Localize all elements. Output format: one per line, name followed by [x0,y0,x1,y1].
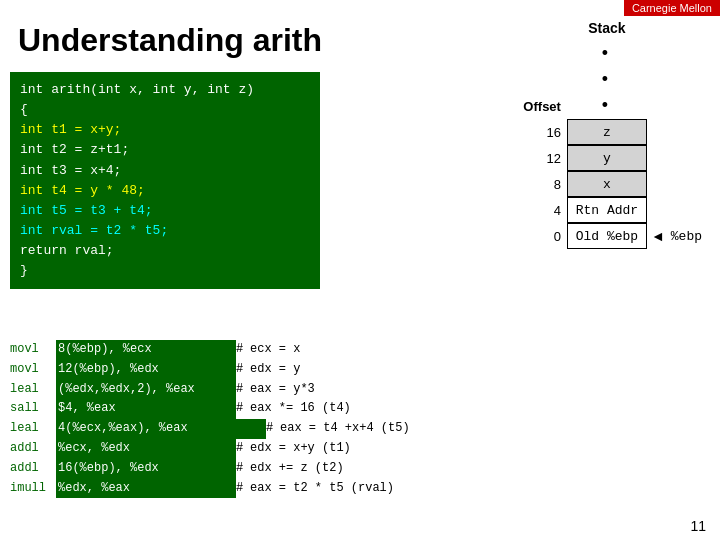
asm-row: imull%edx, %eax # eax = t2 * t5 (rval) [10,479,710,499]
stack-header: Stack [567,20,647,39]
code-line: return rval; [20,241,310,261]
top-bar: Carnegie Mellon [624,0,720,16]
code-open-brace: { [20,100,310,120]
stack-row: • [517,41,702,67]
asm-row: leal4(%ecx,%eax), %eax # eax = t4 +x+4 (… [10,419,710,439]
top-bar-label: Carnegie Mellon [632,2,712,14]
code-line: int t3 = x+4; [20,161,310,181]
asm-row: addl%ecx, %edx # edx = x+y (t1) [10,439,710,459]
stack-rows: ••Offset•16z12y8x4Rtn Addr0Old %ebp◄%ebp [517,41,702,249]
stack-row: 4Rtn Addr [517,197,702,223]
stack-row: 8x [517,171,702,197]
stack-row: 12y [517,145,702,171]
stack-row: 16z [517,119,702,145]
code-line: int t5 = t3 + t4; [20,201,310,221]
code-line: int t1 = x+y; [20,120,310,140]
assembly-section: movl8(%ebp), %ecx # ecx = xmovl12(%ebp),… [10,340,710,498]
code-line: int rval = t2 * t5; [20,221,310,241]
stack-row: • [517,67,702,93]
page-title: Understanding arith [18,22,322,59]
asm-row: movl8(%ebp), %ecx # ecx = x [10,340,710,360]
code-signature: int arith(int x, int y, int z) [20,80,310,100]
code-body: int t1 = x+y; int t2 = z+t1; int t3 = x+… [20,120,310,261]
asm-row: movl12(%ebp), %edx # edx = y [10,360,710,380]
asm-row: leal(%edx,%edx,2), %eax # eax = y*3 [10,380,710,400]
asm-row: addl16(%ebp), %edx # edx += z (t2) [10,459,710,479]
code-line: int t4 = y * 48; [20,181,310,201]
asm-row: sall$4, %eax # eax *= 16 (t4) [10,399,710,419]
code-line: int t2 = z+t1; [20,140,310,160]
page-number: 11 [690,518,706,534]
stack-row: Offset• [517,93,702,119]
code-close-brace: } [20,261,310,281]
stack-diagram: Stack ••Offset•16z12y8x4Rtn Addr0Old %eb… [517,20,702,249]
code-box: int arith(int x, int y, int z) { int t1 … [10,72,320,289]
asm-rows: movl8(%ebp), %ecx # ecx = xmovl12(%ebp),… [10,340,710,498]
stack-row: 0Old %ebp◄%ebp [517,223,702,249]
